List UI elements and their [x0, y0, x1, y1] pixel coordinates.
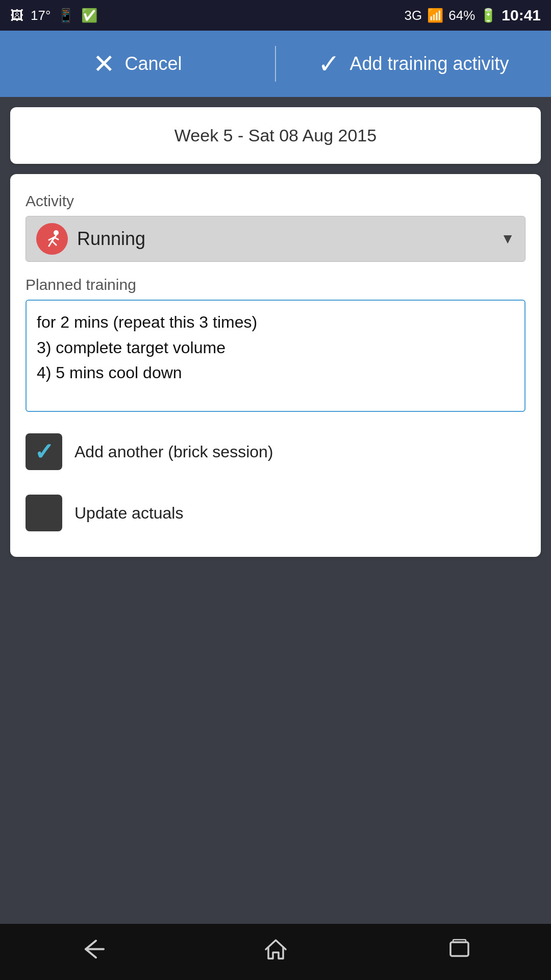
add-another-checkbox[interactable]: ✓ — [26, 433, 62, 470]
confirm-button[interactable]: ✓ Add training activity — [276, 31, 551, 97]
clock: 10:41 — [502, 7, 541, 24]
check-icon: ✓ — [34, 440, 54, 463]
cancel-icon: ✕ — [93, 51, 115, 77]
tablet-icon: 📱 — [58, 8, 74, 23]
main-content: Week 5 - Sat 08 Aug 2015 Activity — [0, 97, 551, 924]
status-left: 🖼 17° 📱 ✅ — [10, 8, 97, 23]
signal-label: 3G — [405, 8, 422, 23]
activity-field: Activity — [26, 192, 525, 262]
form-card: Activity — [10, 174, 541, 557]
planned-training-field: Planned training — [26, 276, 525, 414]
update-actuals-label: Update actuals — [74, 504, 183, 523]
activity-dropdown[interactable]: Running ▼ — [26, 216, 525, 262]
signal-icon: 📶 — [427, 8, 443, 23]
battery-percent: 64% — [448, 8, 475, 23]
dropdown-arrow-icon: ▼ — [500, 231, 515, 247]
photo-icon: 🖼 — [10, 8, 23, 23]
date-text: Week 5 - Sat 08 Aug 2015 — [174, 126, 377, 145]
running-icon — [42, 229, 62, 249]
home-button[interactable] — [241, 930, 310, 974]
back-button[interactable] — [58, 930, 127, 974]
planned-label: Planned training — [26, 276, 525, 293]
svg-line-3 — [52, 241, 56, 245]
add-another-label: Add another (brick session) — [74, 443, 273, 461]
svg-line-5 — [54, 237, 58, 239]
recents-button[interactable] — [425, 930, 494, 974]
cancel-button[interactable]: ✕ Cancel — [0, 31, 275, 97]
home-icon — [262, 935, 290, 969]
svg-line-2 — [49, 241, 52, 246]
activity-label: Activity — [26, 192, 525, 210]
svg-rect-6 — [450, 942, 468, 956]
confirm-label: Add training activity — [349, 53, 509, 75]
battery-icon: 🔋 — [480, 8, 496, 23]
activity-icon — [36, 223, 68, 255]
update-actuals-row: Update actuals — [26, 489, 525, 536]
clipboard-icon: ✅ — [81, 8, 97, 23]
nav-bar — [0, 924, 551, 980]
status-right: 3G 📶 64% 🔋 10:41 — [405, 7, 541, 24]
action-bar: ✕ Cancel ✓ Add training activity — [0, 31, 551, 97]
temperature: 17° — [31, 8, 51, 23]
update-actuals-checkbox[interactable] — [26, 495, 62, 531]
add-another-row: ✓ Add another (brick session) — [26, 428, 525, 475]
cancel-label: Cancel — [124, 53, 182, 75]
date-card: Week 5 - Sat 08 Aug 2015 — [10, 107, 541, 164]
confirm-icon: ✓ — [318, 51, 340, 77]
back-icon — [78, 935, 106, 969]
svg-rect-7 — [453, 940, 466, 942]
status-bar: 🖼 17° 📱 ✅ 3G 📶 64% 🔋 10:41 — [0, 0, 551, 31]
activity-name: Running — [77, 228, 491, 250]
planned-training-input[interactable] — [26, 300, 525, 412]
recents-icon — [445, 935, 473, 969]
